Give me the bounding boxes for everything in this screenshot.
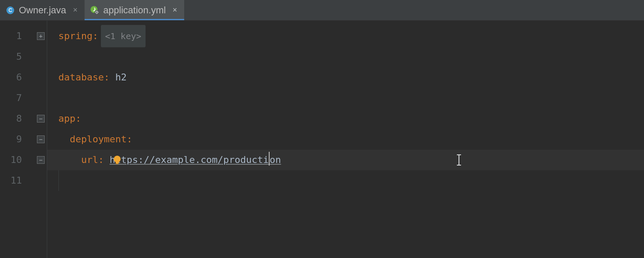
folded-region-badge[interactable]: <1 key> — [101, 25, 146, 47]
spring-yml-icon — [91, 6, 99, 15]
fold-toggle-icon[interactable]: − — [37, 115, 45, 123]
close-icon[interactable]: × — [170, 6, 177, 15]
url-hyperlink[interactable]: https://example.com/production — [109, 150, 281, 170]
line-number: 6 — [0, 67, 47, 88]
yaml-key: app — [58, 108, 76, 129]
close-icon[interactable]: × — [70, 6, 78, 15]
line-number: 9 − — [0, 129, 47, 150]
mouse-cursor-ibeam-icon — [455, 150, 463, 170]
tab-owner-java[interactable]: C Owner.java × — [0, 0, 85, 20]
code-line-current[interactable]: url:https://example.com/production — [47, 150, 644, 170]
line-number: 11 — [0, 170, 47, 191]
fold-toggle-icon[interactable]: − — [37, 135, 45, 143]
code-line[interactable] — [47, 88, 644, 108]
code-line[interactable] — [47, 170, 644, 191]
yaml-key: url — [81, 150, 98, 170]
tab-label: Owner.java — [19, 5, 66, 16]
editor-tab-bar: C Owner.java × application.yml × — [0, 0, 644, 21]
svg-text:C: C — [9, 7, 12, 13]
yaml-key: database — [58, 67, 104, 88]
fold-toggle-icon[interactable]: + — [37, 32, 45, 40]
code-editor[interactable]: 1 + 5 6 7 8 − 9 − 10 − 11 spring: <1 key… — [0, 21, 644, 258]
code-body[interactable]: spring: <1 key> database:h2 app: deploym… — [47, 21, 644, 258]
svg-rect-5 — [116, 163, 118, 164]
code-line[interactable]: app: — [47, 108, 644, 129]
line-number: 10 − — [0, 150, 47, 170]
intention-bulb-icon[interactable] — [111, 150, 124, 170]
tab-label: application.yml — [103, 5, 166, 16]
line-number: 7 — [0, 88, 47, 108]
line-number-gutter: 1 + 5 6 7 8 − 9 − 10 − 11 — [0, 21, 47, 258]
tab-application-yml[interactable]: application.yml × — [85, 0, 184, 20]
code-line[interactable] — [47, 46, 644, 67]
yaml-key: spring — [58, 26, 92, 46]
yaml-value: h2 — [115, 67, 127, 88]
fold-toggle-icon[interactable]: − — [37, 156, 45, 164]
code-line[interactable]: database:h2 — [47, 67, 644, 88]
line-number: 1 + — [0, 26, 47, 46]
line-number: 8 − — [0, 108, 47, 129]
yaml-key: deployment — [70, 129, 126, 150]
code-line[interactable]: deployment: — [47, 129, 644, 150]
code-line[interactable]: spring: <1 key> — [47, 26, 644, 46]
java-class-icon: C — [6, 6, 15, 15]
line-number: 5 — [0, 46, 47, 67]
